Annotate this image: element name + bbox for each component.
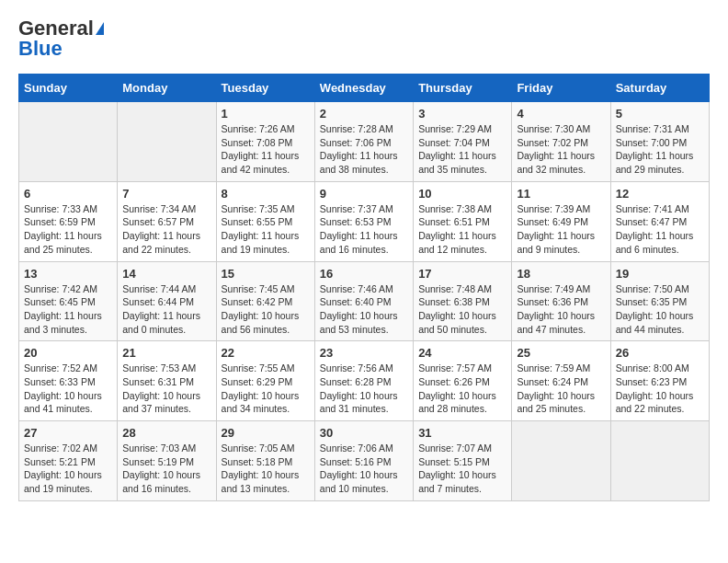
calendar-cell: 3Sunrise: 7:29 AMSunset: 7:04 PMDaylight… xyxy=(414,102,512,182)
day-number: 1 xyxy=(222,107,310,121)
day-number: 14 xyxy=(122,267,210,281)
day-number: 28 xyxy=(122,426,210,440)
day-info: Sunrise: 7:37 AMSunset: 6:53 PMDaylight:… xyxy=(320,202,408,257)
calendar-cell: 23Sunrise: 7:56 AMSunset: 6:28 PMDayligh… xyxy=(314,341,413,421)
day-number: 24 xyxy=(418,346,506,360)
calendar-week-row: 1Sunrise: 7:26 AMSunset: 7:08 PMDaylight… xyxy=(19,102,710,182)
day-info: Sunrise: 7:28 AMSunset: 7:06 PMDaylight:… xyxy=(320,122,408,177)
calendar-cell: 8Sunrise: 7:35 AMSunset: 6:55 PMDaylight… xyxy=(216,181,314,261)
calendar-cell: 11Sunrise: 7:39 AMSunset: 6:49 PMDayligh… xyxy=(512,181,610,261)
logo-blue-text: Blue xyxy=(18,39,63,59)
day-number: 23 xyxy=(320,346,408,360)
calendar-cell: 28Sunrise: 7:03 AMSunset: 5:19 PMDayligh… xyxy=(118,421,216,501)
day-number: 7 xyxy=(122,187,210,201)
calendar-cell xyxy=(610,421,709,501)
day-number: 8 xyxy=(222,187,310,201)
col-header-friday: Friday xyxy=(512,75,610,102)
day-info: Sunrise: 7:41 AMSunset: 6:47 PMDaylight:… xyxy=(616,202,704,257)
day-number: 4 xyxy=(517,107,605,121)
calendar-cell: 7Sunrise: 7:34 AMSunset: 6:57 PMDaylight… xyxy=(118,181,216,261)
day-number: 13 xyxy=(24,267,112,281)
calendar-cell: 14Sunrise: 7:44 AMSunset: 6:44 PMDayligh… xyxy=(118,261,216,341)
calendar-cell xyxy=(512,421,610,501)
day-number: 6 xyxy=(24,187,112,201)
col-header-wednesday: Wednesday xyxy=(314,75,413,102)
day-info: Sunrise: 7:49 AMSunset: 6:36 PMDaylight:… xyxy=(517,282,605,337)
day-info: Sunrise: 7:39 AMSunset: 6:49 PMDaylight:… xyxy=(517,202,605,257)
calendar-table: SundayMondayTuesdayWednesdayThursdayFrid… xyxy=(18,74,710,501)
calendar-week-row: 6Sunrise: 7:33 AMSunset: 6:59 PMDaylight… xyxy=(19,181,710,261)
day-info: Sunrise: 7:53 AMSunset: 6:31 PMDaylight:… xyxy=(122,362,210,416)
calendar-cell: 25Sunrise: 7:59 AMSunset: 6:24 PMDayligh… xyxy=(512,341,610,421)
day-info: Sunrise: 7:30 AMSunset: 7:02 PMDaylight:… xyxy=(517,122,605,177)
day-number: 22 xyxy=(222,346,310,360)
calendar-cell: 20Sunrise: 7:52 AMSunset: 6:33 PMDayligh… xyxy=(19,341,118,421)
logo-general-text: General xyxy=(18,18,94,39)
calendar-cell: 31Sunrise: 7:07 AMSunset: 5:15 PMDayligh… xyxy=(414,421,512,501)
day-number: 25 xyxy=(517,346,605,360)
calendar-cell: 12Sunrise: 7:41 AMSunset: 6:47 PMDayligh… xyxy=(610,181,709,261)
logo: General Blue xyxy=(18,18,104,59)
page-header: General Blue xyxy=(18,18,710,59)
logo-triangle-icon xyxy=(96,22,104,35)
calendar-cell: 27Sunrise: 7:02 AMSunset: 5:21 PMDayligh… xyxy=(19,421,118,501)
day-info: Sunrise: 7:46 AMSunset: 6:40 PMDaylight:… xyxy=(320,282,408,337)
calendar-cell: 19Sunrise: 7:50 AMSunset: 6:35 PMDayligh… xyxy=(610,261,709,341)
day-info: Sunrise: 7:06 AMSunset: 5:16 PMDaylight:… xyxy=(320,442,408,496)
calendar-cell: 4Sunrise: 7:30 AMSunset: 7:02 PMDaylight… xyxy=(512,102,610,182)
day-info: Sunrise: 7:48 AMSunset: 6:38 PMDaylight:… xyxy=(418,282,506,337)
day-number: 12 xyxy=(616,187,704,201)
calendar-cell: 16Sunrise: 7:46 AMSunset: 6:40 PMDayligh… xyxy=(314,261,413,341)
col-header-monday: Monday xyxy=(118,75,216,102)
day-info: Sunrise: 7:56 AMSunset: 6:28 PMDaylight:… xyxy=(320,362,408,416)
day-number: 30 xyxy=(320,426,408,440)
day-info: Sunrise: 7:05 AMSunset: 5:18 PMDaylight:… xyxy=(222,442,310,496)
day-number: 26 xyxy=(616,346,704,360)
calendar-cell: 13Sunrise: 7:42 AMSunset: 6:45 PMDayligh… xyxy=(19,261,118,341)
calendar-cell: 22Sunrise: 7:55 AMSunset: 6:29 PMDayligh… xyxy=(216,341,314,421)
day-number: 17 xyxy=(418,267,506,281)
day-number: 19 xyxy=(616,267,704,281)
calendar-cell: 5Sunrise: 7:31 AMSunset: 7:00 PMDaylight… xyxy=(610,102,709,182)
day-info: Sunrise: 7:45 AMSunset: 6:42 PMDaylight:… xyxy=(222,282,310,337)
day-number: 10 xyxy=(418,187,506,201)
col-header-sunday: Sunday xyxy=(19,75,118,102)
calendar-cell: 15Sunrise: 7:45 AMSunset: 6:42 PMDayligh… xyxy=(216,261,314,341)
calendar-week-row: 20Sunrise: 7:52 AMSunset: 6:33 PMDayligh… xyxy=(19,341,710,421)
day-number: 27 xyxy=(24,426,112,440)
col-header-thursday: Thursday xyxy=(414,75,512,102)
day-number: 20 xyxy=(24,346,112,360)
day-info: Sunrise: 7:33 AMSunset: 6:59 PMDaylight:… xyxy=(24,202,112,257)
calendar-cell: 26Sunrise: 8:00 AMSunset: 6:23 PMDayligh… xyxy=(610,341,709,421)
day-info: Sunrise: 7:50 AMSunset: 6:35 PMDaylight:… xyxy=(616,282,704,337)
day-number: 15 xyxy=(222,267,310,281)
day-info: Sunrise: 7:35 AMSunset: 6:55 PMDaylight:… xyxy=(222,202,310,257)
day-number: 5 xyxy=(616,107,704,121)
day-info: Sunrise: 7:52 AMSunset: 6:33 PMDaylight:… xyxy=(24,362,112,416)
day-info: Sunrise: 7:29 AMSunset: 7:04 PMDaylight:… xyxy=(418,122,506,177)
day-info: Sunrise: 7:59 AMSunset: 6:24 PMDaylight:… xyxy=(517,362,605,416)
day-info: Sunrise: 7:03 AMSunset: 5:19 PMDaylight:… xyxy=(122,442,210,496)
day-info: Sunrise: 7:57 AMSunset: 6:26 PMDaylight:… xyxy=(418,362,506,416)
calendar-cell: 17Sunrise: 7:48 AMSunset: 6:38 PMDayligh… xyxy=(414,261,512,341)
day-info: Sunrise: 7:02 AMSunset: 5:21 PMDaylight:… xyxy=(24,442,112,496)
calendar-cell: 30Sunrise: 7:06 AMSunset: 5:16 PMDayligh… xyxy=(314,421,413,501)
calendar-header-row: SundayMondayTuesdayWednesdayThursdayFrid… xyxy=(19,75,710,102)
day-info: Sunrise: 7:34 AMSunset: 6:57 PMDaylight:… xyxy=(122,202,210,257)
calendar-cell: 21Sunrise: 7:53 AMSunset: 6:31 PMDayligh… xyxy=(118,341,216,421)
day-info: Sunrise: 7:07 AMSunset: 5:15 PMDaylight:… xyxy=(418,442,506,496)
day-info: Sunrise: 8:00 AMSunset: 6:23 PMDaylight:… xyxy=(616,362,704,416)
day-info: Sunrise: 7:38 AMSunset: 6:51 PMDaylight:… xyxy=(418,202,506,257)
calendar-week-row: 27Sunrise: 7:02 AMSunset: 5:21 PMDayligh… xyxy=(19,421,710,501)
day-number: 9 xyxy=(320,187,408,201)
day-number: 11 xyxy=(517,187,605,201)
day-number: 29 xyxy=(222,426,310,440)
day-info: Sunrise: 7:55 AMSunset: 6:29 PMDaylight:… xyxy=(222,362,310,416)
calendar-cell: 29Sunrise: 7:05 AMSunset: 5:18 PMDayligh… xyxy=(216,421,314,501)
calendar-cell: 1Sunrise: 7:26 AMSunset: 7:08 PMDaylight… xyxy=(216,102,314,182)
calendar-cell: 9Sunrise: 7:37 AMSunset: 6:53 PMDaylight… xyxy=(314,181,413,261)
calendar-cell: 2Sunrise: 7:28 AMSunset: 7:06 PMDaylight… xyxy=(314,102,413,182)
calendar-cell: 24Sunrise: 7:57 AMSunset: 6:26 PMDayligh… xyxy=(414,341,512,421)
day-info: Sunrise: 7:42 AMSunset: 6:45 PMDaylight:… xyxy=(24,282,112,337)
calendar-week-row: 13Sunrise: 7:42 AMSunset: 6:45 PMDayligh… xyxy=(19,261,710,341)
